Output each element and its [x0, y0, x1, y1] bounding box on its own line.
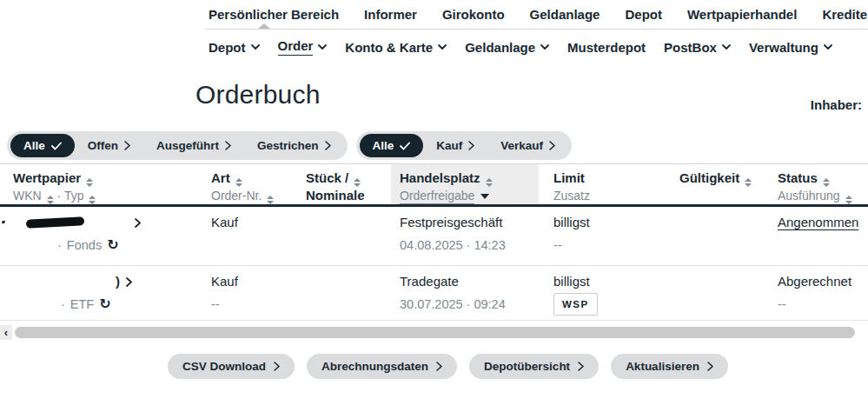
redacted-security-name — [26, 216, 84, 228]
subnav-musterdepot[interactable]: Musterdepot — [567, 40, 646, 55]
cell-art: Kauf — [211, 207, 306, 265]
subnav-postbox[interactable]: PostBox — [664, 40, 731, 55]
cell-wertpapier: ) · ETF ↻ — [13, 266, 211, 320]
aktualisieren-button[interactable]: Aktualisieren — [611, 354, 728, 379]
chevron-down-icon — [824, 44, 832, 50]
sort-icon[interactable] — [86, 178, 93, 187]
owner-label: Inhaber: — [811, 97, 862, 112]
page-title: Orderbuch — [195, 80, 321, 110]
chevron-right-icon — [274, 362, 280, 371]
scroll-left-button[interactable]: ‹ — [0, 325, 12, 340]
horizontal-scrollbar: ‹ — [0, 325, 868, 340]
cell-stueck — [306, 266, 400, 320]
orderbuch-page: Persönlicher Bereich Informer Girokonto … — [0, 0, 868, 412]
sort-icon[interactable] — [235, 178, 242, 187]
csv-download-button[interactable]: CSV Download — [168, 354, 295, 379]
filter-alle-status[interactable]: Alle — [10, 134, 75, 157]
col-stueck-nominale: Stück / Nominale — [306, 164, 400, 204]
sort-icon[interactable] — [486, 178, 493, 187]
subnav-order[interactable]: Order — [278, 38, 328, 56]
nav-persoenlicher-bereich[interactable]: Persönlicher Bereich — [209, 7, 339, 22]
chevron-right-icon — [707, 362, 713, 371]
security-name-fragment: ) — [116, 275, 120, 289]
nav-geldanlage[interactable]: Geldanlage — [530, 7, 600, 22]
sort-icon[interactable] — [845, 196, 852, 204]
col-handelsplatz: Handelsplatz Orderfreigabe — [391, 164, 539, 204]
orderfreigabe-link[interactable]: Orderfreigabe — [400, 189, 474, 204]
table-row: ) · ETF ↻ Kauf -- Tradegate 30.07.202 — [0, 266, 868, 321]
orderbuch-table: Wertpapier WKN · Typ Art Order-Nr. Stück — [0, 163, 868, 321]
cell-handelsplatz: Tradegate 30.07.2025 · 09:24 — [400, 266, 553, 320]
chevron-down-icon — [438, 44, 447, 50]
nav-wertpapierhandel[interactable]: Wertpapierhandel — [687, 7, 797, 22]
chevron-down-icon — [540, 44, 549, 50]
depotuebersicht-button[interactable]: Depotübersicht — [469, 354, 599, 379]
chevron-right-icon — [124, 141, 130, 150]
filter-ausgefuehrt[interactable]: Ausgeführt — [143, 134, 244, 157]
chevron-right-icon — [549, 141, 555, 150]
chevron-down-icon — [318, 44, 327, 50]
sort-icon[interactable] — [823, 178, 830, 187]
cell-limit: billigst WSP — [553, 266, 679, 320]
cell-handelsplatz: Festpreisgeschäft 04.08.2025 · 14:23 — [400, 207, 553, 265]
filter-offen[interactable]: Offen — [75, 134, 143, 157]
sort-icon[interactable] — [267, 196, 274, 204]
status-angenommen-link[interactable]: Angenommen — [778, 215, 858, 229]
chevron-right-icon — [578, 362, 584, 371]
col-wertpapier: Wertpapier WKN · Typ — [13, 164, 211, 204]
nav-divider-line — [206, 29, 868, 30]
cell-limit: billigst -- — [553, 207, 679, 265]
refresh-icon[interactable]: ↻ — [107, 239, 118, 251]
secondary-nav: Depot Order Konto & Karte Geldanlage Mus… — [209, 38, 832, 56]
sort-icon[interactable] — [47, 196, 54, 204]
col-gueltigkeit: Gültigkeit — [679, 164, 778, 204]
primary-nav: Persönlicher Bereich Informer Girokonto … — [209, 7, 867, 22]
redaction-mark — [2, 220, 6, 224]
security-type: Fonds — [67, 238, 102, 252]
nav-kredite[interactable]: Kredite — [822, 7, 867, 22]
col-limit: Limit Zusatz — [553, 164, 679, 204]
cell-wertpapier: · Fonds ↻ — [13, 207, 211, 265]
chevron-down-icon — [722, 44, 731, 50]
col-art: Art Order-Nr. — [211, 164, 306, 204]
sort-icon[interactable] — [745, 178, 752, 187]
chevron-right-icon[interactable] — [126, 277, 132, 287]
filter-bar: Alle Offen Ausgeführt Gestrichen Alle — [7, 131, 572, 160]
refresh-icon[interactable]: ↻ — [99, 298, 110, 310]
nav-depot[interactable]: Depot — [625, 7, 662, 22]
chevron-right-icon — [436, 362, 442, 371]
cell-gueltigkeit — [679, 207, 778, 265]
chevron-down-icon — [251, 44, 260, 50]
filter-verkauf[interactable]: Verkauf — [487, 134, 568, 157]
check-icon — [51, 142, 62, 150]
table-header: Wertpapier WKN · Typ Art Order-Nr. Stück — [0, 163, 868, 207]
wsp-badge: WSP — [553, 293, 598, 316]
chevron-right-icon — [468, 141, 474, 150]
chevron-right-icon[interactable] — [135, 218, 141, 228]
subnav-depot[interactable]: Depot — [209, 40, 260, 55]
filter-alle-side[interactable]: Alle — [360, 134, 424, 157]
status-filter-group: Alle Offen Ausgeführt Gestrichen — [7, 131, 348, 160]
filter-gestrichen[interactable]: Gestrichen — [244, 134, 344, 157]
cell-stueck — [306, 207, 400, 265]
sort-icon[interactable] — [89, 196, 96, 204]
nav-informer[interactable]: Informer — [364, 7, 417, 22]
side-filter-group: Alle Kauf Verkauf — [356, 131, 573, 160]
scrollbar-thumb[interactable] — [15, 327, 855, 338]
table-row: · Fonds ↻ Kauf Festpreisgeschäft 04.08.2… — [0, 207, 868, 266]
col-status: Status Ausführung — [778, 164, 868, 204]
subnav-geldanlage[interactable]: Geldanlage — [465, 40, 549, 55]
nav-girokonto[interactable]: Girokonto — [442, 7, 505, 22]
order-datetime: 04.08.2025 · 14:23 — [400, 238, 553, 252]
subnav-konto-karte[interactable]: Konto & Karte — [345, 40, 447, 55]
filter-kauf[interactable]: Kauf — [423, 134, 487, 157]
sort-icon[interactable] — [354, 178, 361, 187]
cell-status: Abgerechnet -- — [778, 266, 868, 320]
abrechnungsdaten-button[interactable]: Abrechnungsdaten — [307, 354, 457, 379]
security-type: ETF — [70, 297, 94, 311]
cell-status: Angenommen — [778, 207, 868, 265]
subnav-verwaltung[interactable]: Verwaltung — [749, 40, 832, 55]
dropdown-triangle-icon[interactable] — [480, 194, 489, 199]
action-button-row: CSV Download Abrechnungsdaten Depotübers… — [0, 354, 868, 379]
order-datetime: 30.07.2025 · 09:24 — [400, 297, 553, 311]
